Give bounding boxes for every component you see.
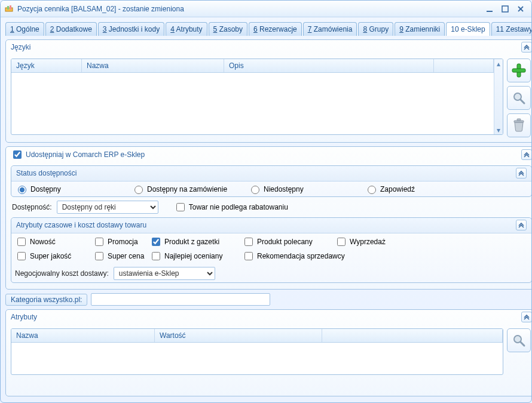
tab-grupy[interactable]: 8 Grupy [358,22,393,36]
attributes-title: Atrybuty [11,313,37,321]
tab-strip: 1 Ogólne 2 Dodatkowe 3 Jednostki i kody … [5,22,532,36]
languages-panel: Języki Język Nazwa [5,39,532,143]
availability-label: Dostępność: [12,203,52,211]
vertical-scrollbar[interactable]: ▴ ▾ [494,59,503,134]
column-attr-extra [322,329,503,342]
svg-rect-2 [10,5,11,10]
svg-line-14 [521,342,524,346]
languages-grid[interactable]: Język Nazwa Opis ▴ [11,59,503,135]
share-panel: Udostępniaj w Comarch ERP e-Sklep Status… [5,146,532,290]
share-label: Udostępniaj w Comarch ERP e-Sklep [26,150,145,159]
tab-zamowienia[interactable]: 7 Zamówienia [303,22,357,36]
chevron-up-icon [524,152,530,158]
maximize-button[interactable] [498,4,512,14]
column-jezyk[interactable]: Język [11,59,82,72]
lookup-language-button[interactable] [507,86,531,110]
body: 1 Ogólne 2 Dodatkowe 3 Jednostki i kody … [1,17,531,402]
svg-rect-3 [487,11,493,12]
main-column: 1 Ogólne 2 Dodatkowe 3 Jednostki i kody … [5,22,532,396]
time-attributes-header: Atrybuty czasowe i koszt dostawy towaru [11,218,531,233]
trash-icon [512,118,525,133]
kategoria-input[interactable] [91,293,270,306]
chevron-up-icon [524,44,530,50]
languages-grid-header: Język Nazwa Opis [11,59,494,73]
tab-esklep[interactable]: 10 e-Sklep [446,22,490,36]
svg-rect-12 [517,119,521,121]
tab-jednostki[interactable]: 3 Jednostki i kody [98,22,164,36]
check-seller-rec[interactable]: Rekomendacja sprzedawcy [242,250,386,262]
attributes-header: Atrybuty [6,310,532,325]
status-title: Status dostępności [16,169,77,177]
attributes-panel: Atrybuty Nazwa Wartość [5,309,532,396]
check-promo[interactable]: Promocja [93,236,149,248]
column-attr-name[interactable]: Nazwa [11,329,155,342]
chevron-up-icon [518,222,524,228]
languages-title: Języki [11,43,30,51]
app-icon [4,4,14,14]
magnifier-icon [512,333,526,347]
column-opis[interactable]: Opis [224,59,434,72]
chevron-up-icon [518,170,524,176]
svg-rect-8 [512,69,525,72]
collapse-button[interactable] [521,42,532,53]
attributes-grid-header: Nazwa Wartość [11,329,503,343]
check-recommended[interactable]: Produkt polecany [242,236,335,248]
check-best-rated[interactable]: Najlepiej oceniany [149,250,242,262]
radio-announcement[interactable]: Zapowiedź [365,184,466,194]
time-attributes-panel: Atrybuty czasowe i koszt dostawy towaru … [11,217,532,283]
no-rebate-checkbox[interactable]: Towar nie podlega rabatowaniu [174,201,288,213]
tab-rezerwacje[interactable]: 6 Rezerwacje [249,22,302,36]
time-attributes-title: Atrybuty czasowe i koszt dostawy towaru [16,221,146,229]
check-super-price[interactable]: Super cena [93,250,149,262]
svg-rect-1 [7,6,9,10]
languages-header: Języki [6,40,532,55]
radio-available[interactable]: Dostępny [15,184,132,194]
languages-buttons [507,59,532,137]
tab-dodatkowe[interactable]: 2 Dodatkowe [45,22,97,36]
tab-ogolne[interactable]: 1 Ogólne [5,22,44,36]
tab-atrybuty[interactable]: 4 Atrybuty [166,22,207,36]
status-panel: Status dostępności Dostępny Dostępny na … [11,165,532,197]
collapse-button[interactable] [516,220,527,230]
collapse-button[interactable] [521,312,532,322]
window-buttons [482,4,528,14]
radio-unavailable[interactable]: Niedostępny [248,184,365,194]
column-attr-value[interactable]: Wartość [155,329,322,342]
languages-grid-body [11,73,494,134]
tab-zamienniki[interactable]: 9 Zamienniki [395,22,445,36]
close-window-button[interactable] [513,4,528,14]
tab-zasoby[interactable]: 5 Zasoby [209,22,247,36]
delete-language-button[interactable] [507,113,531,137]
attributes-grid[interactable]: Nazwa Wartość [11,328,503,375]
delivery-cost-label: Negocjowalny koszt dostawy: [15,269,109,278]
magnifier-icon [512,91,526,105]
kategoria-row: Kategoria wszystko.pl: [5,293,532,306]
radio-onorder[interactable]: Dostępny na zamówienie [132,184,248,194]
check-sale[interactable]: Wyprzedaż [335,236,406,248]
scroll-up-icon[interactable]: ▴ [494,59,503,68]
column-extra [434,59,494,72]
kategoria-label-button[interactable]: Kategoria wszystko.pl: [5,294,87,306]
check-super-quality[interactable]: Super jakość [15,250,93,262]
lookup-attribute-button[interactable] [507,328,531,352]
share-checkbox[interactable]: Udostępniaj w Comarch ERP e-Sklep [11,149,145,161]
svg-line-10 [521,100,524,103]
collapse-button[interactable] [521,149,532,160]
tab-zestawy[interactable]: 11 Zestawy [491,22,532,36]
check-gazette[interactable]: Produkt z gazetki [149,236,242,248]
column-nazwa[interactable]: Nazwa [82,59,224,72]
scroll-down-icon[interactable]: ▾ [494,125,503,134]
add-language-button[interactable] [507,59,531,82]
delivery-cost-select[interactable]: ustawienia e-Sklep [114,267,215,280]
plus-icon [511,63,527,78]
app-window: Pozycja cennika [BALSAM_02] - zostanie z… [0,0,532,403]
collapse-button[interactable] [516,168,527,179]
share-checkbox-input[interactable] [13,150,22,159]
svg-rect-4 [502,6,508,12]
check-novelty[interactable]: Nowość [15,236,93,248]
status-header: Status dostępności [11,166,531,181]
share-header: Udostępniaj w Comarch ERP e-Sklep [6,147,532,163]
title-bar: Pozycja cennika [BALSAM_02] - zostanie z… [1,1,531,17]
minimize-button[interactable] [482,4,497,14]
availability-select[interactable]: Dostępny od ręki [57,201,158,214]
